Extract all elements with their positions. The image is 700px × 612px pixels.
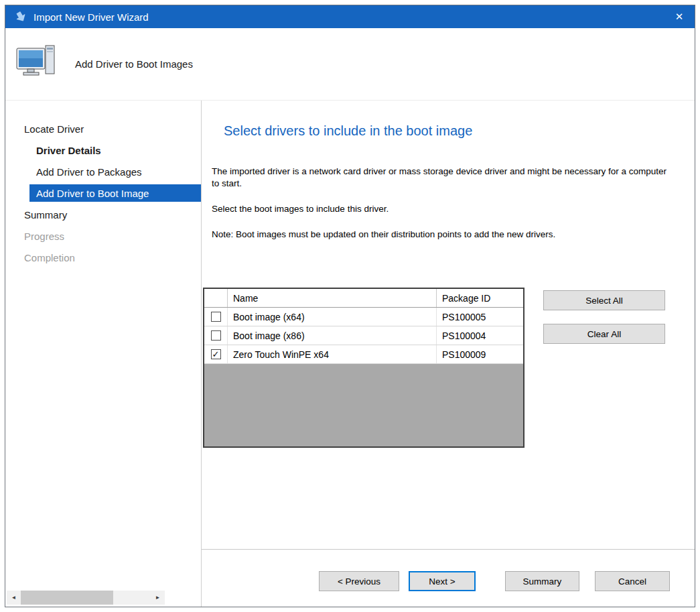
select-all-button[interactable]: Select All xyxy=(543,290,665,310)
close-icon[interactable]: ✕ xyxy=(664,5,695,28)
cancel-button[interactable]: Cancel xyxy=(595,571,670,591)
scrollbar-track[interactable] xyxy=(21,591,151,605)
wizard-content: Select drivers to include in the boot im… xyxy=(202,101,695,607)
step-add-driver-to-packages[interactable]: Add Driver to Packages xyxy=(5,161,201,182)
table-header-row: Name Package ID xyxy=(204,289,523,308)
content-heading: Select drivers to include in the boot im… xyxy=(224,123,695,139)
step-driver-details[interactable]: Driver Details xyxy=(5,139,201,161)
page-title: Add Driver to Boot Images xyxy=(75,58,193,70)
description: The imported driver is a network card dr… xyxy=(212,166,668,241)
scroll-right-icon[interactable]: ► xyxy=(151,591,165,605)
boot-image-row[interactable]: Boot image (x86)PS100004 xyxy=(204,326,523,345)
checkbox-checked-icon[interactable]: ✓ xyxy=(211,349,221,359)
wizard-header: Add Driver to Boot Images xyxy=(5,28,695,101)
checkbox-cell: ✓ xyxy=(204,345,227,363)
step-progress: Progress xyxy=(5,225,201,247)
scroll-left-icon[interactable]: ◄ xyxy=(7,591,21,605)
package-id: PS100005 xyxy=(436,308,523,326)
checkbox-cell xyxy=(204,308,227,326)
table-empty-area xyxy=(204,364,523,446)
window-title: Import New Driver Wizard xyxy=(33,11,149,23)
wizard-steps-sidebar: Locate DriverDriver DetailsAdd Driver to… xyxy=(5,101,202,607)
main-panel: Select drivers to include in the boot im… xyxy=(202,101,695,549)
boot-image-rows: Boot image (x64)PS100005Boot image (x86)… xyxy=(204,308,523,364)
scrollbar-thumb[interactable] xyxy=(21,591,113,605)
step-summary[interactable]: Summary xyxy=(5,204,201,225)
horizontal-scrollbar[interactable]: ◄ ► xyxy=(7,591,165,605)
clear-all-button[interactable]: Clear All xyxy=(543,324,665,344)
titlebar: Import New Driver Wizard ✕ xyxy=(5,5,695,28)
package-id: PS100004 xyxy=(436,326,523,345)
footer-bar: < Previous Next > Summary Cancel xyxy=(202,549,695,607)
wizard-window: Import New Driver Wizard ✕ Add Driver to… xyxy=(5,5,695,607)
checkbox-unchecked-icon[interactable] xyxy=(211,312,221,322)
step-locate-driver[interactable]: Locate Driver xyxy=(5,118,201,139)
boot-image-name: Zero Touch WinPE x64 xyxy=(227,345,436,363)
checkbox-column-header xyxy=(204,289,227,307)
boot-image-row[interactable]: Boot image (x64)PS100005 xyxy=(204,308,523,326)
column-header-package-id[interactable]: Package ID xyxy=(436,289,523,307)
boot-images-table: Name Package ID Boot image (x64)PS100005… xyxy=(203,288,524,448)
step-add-driver-to-boot-image[interactable]: Add Driver to Boot Image xyxy=(29,184,201,202)
boot-image-name: Boot image (x64) xyxy=(227,308,436,326)
step-completion: Completion xyxy=(5,247,201,268)
package-id: PS100009 xyxy=(436,345,523,363)
computer-icon xyxy=(16,45,58,84)
wizard-body: Locate DriverDriver DetailsAdd Driver to… xyxy=(5,101,695,607)
boot-image-row[interactable]: ✓Zero Touch WinPE x64PS100009 xyxy=(204,345,523,364)
description-paragraph-1: The imported driver is a network card dr… xyxy=(212,166,668,190)
next-button[interactable]: Next > xyxy=(409,571,476,591)
wizard-import-arrow-icon xyxy=(15,11,27,23)
column-header-name[interactable]: Name xyxy=(227,289,436,307)
wizard-steps: Locate DriverDriver DetailsAdd Driver to… xyxy=(5,118,201,268)
description-paragraph-3: Note: Boot images must be updated on the… xyxy=(212,229,668,241)
summary-button[interactable]: Summary xyxy=(505,571,579,591)
description-paragraph-2: Select the boot images to include this d… xyxy=(212,203,668,215)
boot-images-section: Name Package ID Boot image (x64)PS100005… xyxy=(203,288,695,448)
table-side-buttons: Select All Clear All xyxy=(543,288,665,448)
previous-button[interactable]: < Previous xyxy=(319,571,399,591)
boot-image-name: Boot image (x86) xyxy=(227,326,436,345)
checkbox-unchecked-icon[interactable] xyxy=(211,330,221,341)
checkbox-cell xyxy=(204,326,227,345)
